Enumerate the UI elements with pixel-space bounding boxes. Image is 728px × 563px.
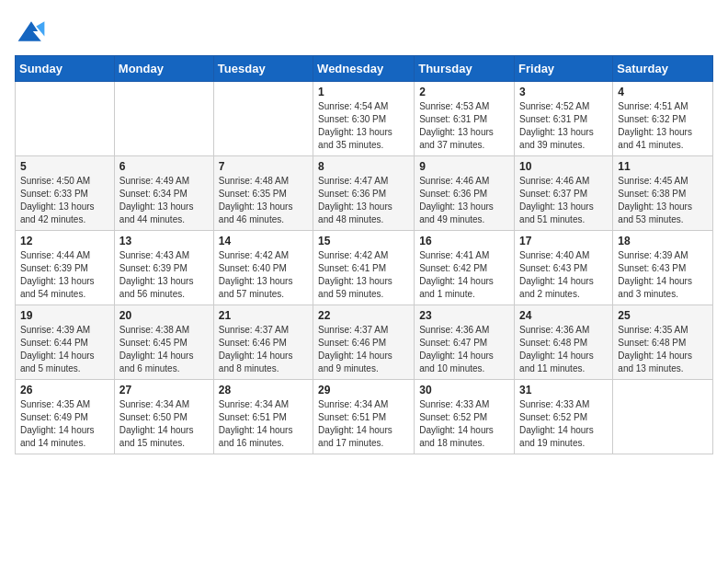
logo	[15, 15, 51, 48]
page-header	[15, 15, 713, 48]
day-info: Sunrise: 4:42 AM Sunset: 6:40 PM Dayligh…	[219, 249, 308, 301]
day-number: 13	[119, 235, 209, 247]
calendar-cell: 24Sunrise: 4:36 AM Sunset: 6:48 PM Dayli…	[515, 305, 613, 380]
calendar-cell: 12Sunrise: 4:44 AM Sunset: 6:39 PM Dayli…	[16, 231, 115, 305]
calendar-cell: 31Sunrise: 4:33 AM Sunset: 6:52 PM Dayli…	[515, 380, 613, 454]
calendar-cell: 29Sunrise: 4:34 AM Sunset: 6:51 PM Dayli…	[313, 380, 415, 454]
calendar-cell: 10Sunrise: 4:46 AM Sunset: 6:37 PM Dayli…	[515, 156, 613, 231]
calendar-cell	[213, 82, 313, 156]
day-number: 31	[519, 384, 608, 396]
calendar-cell: 27Sunrise: 4:34 AM Sunset: 6:50 PM Dayli…	[114, 380, 213, 454]
day-number: 24	[519, 309, 608, 322]
day-header-tuesday: Tuesday	[213, 56, 313, 82]
day-number: 23	[419, 309, 509, 322]
day-number: 28	[219, 384, 308, 396]
calendar-cell: 13Sunrise: 4:43 AM Sunset: 6:39 PM Dayli…	[114, 231, 213, 305]
day-number: 27	[119, 384, 209, 396]
day-number: 2	[419, 86, 509, 98]
day-info: Sunrise: 4:44 AM Sunset: 6:39 PM Dayligh…	[20, 249, 109, 301]
week-row-2: 5Sunrise: 4:50 AM Sunset: 6:33 PM Daylig…	[16, 156, 713, 231]
day-header-saturday: Saturday	[613, 56, 713, 82]
week-row-5: 26Sunrise: 4:35 AM Sunset: 6:49 PM Dayli…	[16, 380, 713, 454]
day-number: 15	[318, 235, 409, 247]
calendar-cell: 1Sunrise: 4:54 AM Sunset: 6:30 PM Daylig…	[313, 82, 415, 156]
calendar-cell: 14Sunrise: 4:42 AM Sunset: 6:40 PM Dayli…	[213, 231, 313, 305]
day-info: Sunrise: 4:35 AM Sunset: 6:49 PM Dayligh…	[20, 398, 109, 450]
day-info: Sunrise: 4:36 AM Sunset: 6:47 PM Dayligh…	[419, 324, 509, 375]
logo-icon	[15, 15, 48, 48]
week-row-3: 12Sunrise: 4:44 AM Sunset: 6:39 PM Dayli…	[16, 231, 713, 305]
day-number: 9	[419, 160, 509, 173]
day-info: Sunrise: 4:43 AM Sunset: 6:39 PM Dayligh…	[119, 249, 209, 301]
calendar-cell: 19Sunrise: 4:39 AM Sunset: 6:44 PM Dayli…	[16, 305, 115, 380]
day-info: Sunrise: 4:46 AM Sunset: 6:37 PM Dayligh…	[519, 175, 608, 226]
day-info: Sunrise: 4:34 AM Sunset: 6:51 PM Dayligh…	[318, 398, 409, 450]
svg-marker-1	[36, 21, 44, 36]
day-info: Sunrise: 4:41 AM Sunset: 6:42 PM Dayligh…	[419, 249, 509, 301]
calendar-cell: 6Sunrise: 4:49 AM Sunset: 6:34 PM Daylig…	[114, 156, 213, 231]
day-number: 17	[519, 235, 608, 247]
day-number: 4	[618, 86, 708, 98]
day-number: 26	[20, 384, 109, 396]
calendar-cell: 15Sunrise: 4:42 AM Sunset: 6:41 PM Dayli…	[313, 231, 415, 305]
calendar-cell: 5Sunrise: 4:50 AM Sunset: 6:33 PM Daylig…	[16, 156, 115, 231]
day-number: 19	[20, 309, 109, 322]
day-number: 5	[20, 160, 109, 173]
day-number: 18	[618, 235, 708, 247]
day-number: 3	[519, 86, 608, 98]
day-info: Sunrise: 4:39 AM Sunset: 6:43 PM Dayligh…	[618, 249, 708, 301]
calendar-cell: 11Sunrise: 4:45 AM Sunset: 6:38 PM Dayli…	[613, 156, 713, 231]
calendar-cell: 28Sunrise: 4:34 AM Sunset: 6:51 PM Dayli…	[213, 380, 313, 454]
day-number: 16	[419, 235, 509, 247]
calendar-cell	[16, 82, 115, 156]
day-info: Sunrise: 4:45 AM Sunset: 6:38 PM Dayligh…	[618, 175, 708, 226]
day-info: Sunrise: 4:48 AM Sunset: 6:35 PM Dayligh…	[219, 175, 308, 226]
calendar-cell: 30Sunrise: 4:33 AM Sunset: 6:52 PM Dayli…	[415, 380, 515, 454]
calendar-cell: 3Sunrise: 4:52 AM Sunset: 6:31 PM Daylig…	[515, 82, 613, 156]
day-number: 25	[618, 309, 708, 322]
calendar-cell	[114, 82, 213, 156]
day-info: Sunrise: 4:53 AM Sunset: 6:31 PM Dayligh…	[419, 100, 509, 152]
calendar-cell: 7Sunrise: 4:48 AM Sunset: 6:35 PM Daylig…	[213, 156, 313, 231]
day-info: Sunrise: 4:51 AM Sunset: 6:32 PM Dayligh…	[618, 100, 708, 152]
day-info: Sunrise: 4:33 AM Sunset: 6:52 PM Dayligh…	[419, 398, 509, 450]
day-number: 7	[219, 160, 308, 173]
day-info: Sunrise: 4:38 AM Sunset: 6:45 PM Dayligh…	[119, 324, 209, 375]
day-header-monday: Monday	[114, 56, 213, 82]
calendar-cell: 17Sunrise: 4:40 AM Sunset: 6:43 PM Dayli…	[515, 231, 613, 305]
day-number: 20	[119, 309, 209, 322]
day-info: Sunrise: 4:33 AM Sunset: 6:52 PM Dayligh…	[519, 398, 608, 450]
day-info: Sunrise: 4:39 AM Sunset: 6:44 PM Dayligh…	[20, 324, 109, 375]
day-number: 29	[318, 384, 409, 396]
day-header-wednesday: Wednesday	[313, 56, 415, 82]
day-info: Sunrise: 4:54 AM Sunset: 6:30 PM Dayligh…	[318, 100, 409, 152]
calendar-cell	[613, 380, 713, 454]
day-info: Sunrise: 4:47 AM Sunset: 6:36 PM Dayligh…	[318, 175, 409, 226]
calendar-header: SundayMondayTuesdayWednesdayThursdayFrid…	[16, 56, 713, 82]
day-info: Sunrise: 4:37 AM Sunset: 6:46 PM Dayligh…	[318, 324, 409, 375]
calendar-cell: 25Sunrise: 4:35 AM Sunset: 6:48 PM Dayli…	[613, 305, 713, 380]
day-info: Sunrise: 4:34 AM Sunset: 6:51 PM Dayligh…	[219, 398, 308, 450]
week-row-4: 19Sunrise: 4:39 AM Sunset: 6:44 PM Dayli…	[16, 305, 713, 380]
day-info: Sunrise: 4:49 AM Sunset: 6:34 PM Dayligh…	[119, 175, 209, 226]
day-info: Sunrise: 4:40 AM Sunset: 6:43 PM Dayligh…	[519, 249, 608, 301]
calendar-cell: 18Sunrise: 4:39 AM Sunset: 6:43 PM Dayli…	[613, 231, 713, 305]
day-info: Sunrise: 4:46 AM Sunset: 6:36 PM Dayligh…	[419, 175, 509, 226]
day-number: 22	[318, 309, 409, 322]
calendar-cell: 4Sunrise: 4:51 AM Sunset: 6:32 PM Daylig…	[613, 82, 713, 156]
calendar-cell: 8Sunrise: 4:47 AM Sunset: 6:36 PM Daylig…	[313, 156, 415, 231]
day-number: 14	[219, 235, 308, 247]
day-info: Sunrise: 4:35 AM Sunset: 6:48 PM Dayligh…	[618, 324, 708, 375]
day-info: Sunrise: 4:52 AM Sunset: 6:31 PM Dayligh…	[519, 100, 608, 152]
day-number: 21	[219, 309, 308, 322]
calendar-body: 1Sunrise: 4:54 AM Sunset: 6:30 PM Daylig…	[16, 82, 713, 454]
day-header-sunday: Sunday	[16, 56, 115, 82]
day-header-thursday: Thursday	[415, 56, 515, 82]
calendar-table: SundayMondayTuesdayWednesdayThursdayFrid…	[15, 55, 713, 454]
day-info: Sunrise: 4:50 AM Sunset: 6:33 PM Dayligh…	[20, 175, 109, 226]
day-info: Sunrise: 4:37 AM Sunset: 6:46 PM Dayligh…	[219, 324, 308, 375]
calendar-cell: 21Sunrise: 4:37 AM Sunset: 6:46 PM Dayli…	[213, 305, 313, 380]
calendar-cell: 23Sunrise: 4:36 AM Sunset: 6:47 PM Dayli…	[415, 305, 515, 380]
calendar-cell: 16Sunrise: 4:41 AM Sunset: 6:42 PM Dayli…	[415, 231, 515, 305]
day-info: Sunrise: 4:34 AM Sunset: 6:50 PM Dayligh…	[119, 398, 209, 450]
